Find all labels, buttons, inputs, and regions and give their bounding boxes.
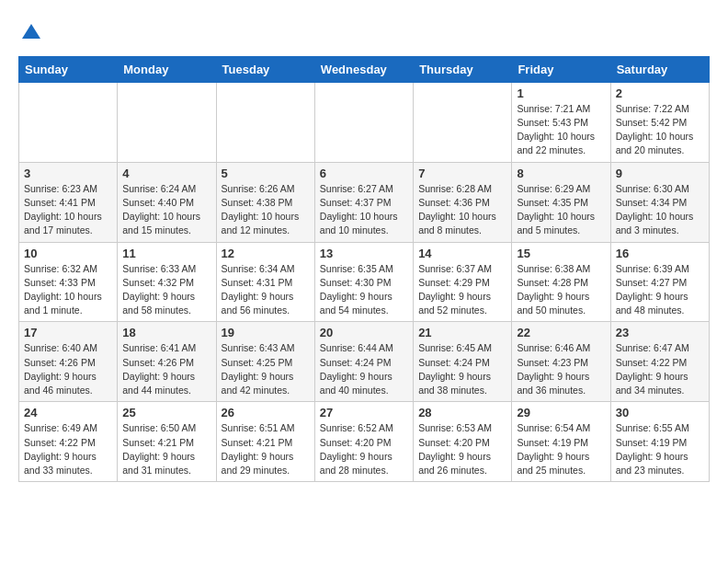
- weekday-header-tuesday: Tuesday: [216, 56, 314, 82]
- day-info: Sunrise: 6:27 AM Sunset: 4:37 PM Dayligh…: [320, 182, 408, 238]
- day-number: 28: [418, 406, 506, 419]
- day-info: Sunrise: 6:46 AM Sunset: 4:23 PM Dayligh…: [517, 341, 605, 397]
- day-info: Sunrise: 6:32 AM Sunset: 4:33 PM Dayligh…: [24, 262, 112, 318]
- calendar-cell: 10Sunrise: 6:32 AM Sunset: 4:33 PM Dayli…: [19, 242, 118, 322]
- day-info: Sunrise: 6:43 AM Sunset: 4:25 PM Dayligh…: [222, 341, 310, 397]
- calendar-cell: 1Sunrise: 7:21 AM Sunset: 5:43 PM Daylig…: [512, 82, 610, 162]
- day-info: Sunrise: 6:29 AM Sunset: 4:35 PM Dayligh…: [517, 182, 605, 238]
- calendar-cell: 30Sunrise: 6:55 AM Sunset: 4:19 PM Dayli…: [610, 402, 709, 482]
- svg-marker-0: [22, 24, 40, 39]
- logo: [18, 22, 42, 49]
- day-number: 16: [616, 247, 704, 260]
- calendar-cell: 17Sunrise: 6:40 AM Sunset: 4:26 PM Dayli…: [19, 322, 118, 402]
- calendar-cell: 5Sunrise: 6:26 AM Sunset: 4:38 PM Daylig…: [216, 162, 314, 242]
- calendar-cell: [216, 82, 314, 162]
- day-number: 25: [122, 406, 210, 419]
- day-number: 9: [616, 167, 704, 180]
- calendar-cell: 28Sunrise: 6:53 AM Sunset: 4:20 PM Dayli…: [414, 402, 512, 482]
- day-info: Sunrise: 6:35 AM Sunset: 4:30 PM Dayligh…: [320, 262, 408, 318]
- calendar-cell: 20Sunrise: 6:44 AM Sunset: 4:24 PM Dayli…: [314, 322, 413, 402]
- day-number: 4: [122, 167, 210, 180]
- day-info: Sunrise: 6:40 AM Sunset: 4:26 PM Dayligh…: [24, 341, 112, 397]
- day-info: Sunrise: 6:55 AM Sunset: 4:19 PM Dayligh…: [616, 421, 704, 477]
- calendar-cell: [414, 82, 512, 162]
- calendar-cell: 6Sunrise: 6:27 AM Sunset: 4:37 PM Daylig…: [314, 162, 413, 242]
- day-info: Sunrise: 6:49 AM Sunset: 4:22 PM Dayligh…: [24, 421, 112, 477]
- day-number: 8: [517, 167, 605, 180]
- day-info: Sunrise: 6:34 AM Sunset: 4:31 PM Dayligh…: [222, 262, 310, 318]
- calendar-cell: 21Sunrise: 6:45 AM Sunset: 4:24 PM Dayli…: [414, 322, 512, 402]
- calendar-cell: 18Sunrise: 6:41 AM Sunset: 4:26 PM Dayli…: [118, 322, 216, 402]
- day-number: 13: [320, 247, 408, 260]
- day-number: 27: [320, 406, 408, 419]
- day-info: Sunrise: 6:51 AM Sunset: 4:21 PM Dayligh…: [222, 421, 310, 477]
- day-info: Sunrise: 6:30 AM Sunset: 4:34 PM Dayligh…: [616, 182, 704, 238]
- day-number: 20: [320, 326, 408, 339]
- day-number: 6: [320, 167, 408, 180]
- calendar-cell: 22Sunrise: 6:46 AM Sunset: 4:23 PM Dayli…: [512, 322, 610, 402]
- calendar-cell: 27Sunrise: 6:52 AM Sunset: 4:20 PM Dayli…: [314, 402, 413, 482]
- day-number: 15: [517, 247, 605, 260]
- calendar-cell: 16Sunrise: 6:39 AM Sunset: 4:27 PM Dayli…: [610, 242, 709, 322]
- calendar-cell: [314, 82, 413, 162]
- page-header: [18, 18, 710, 49]
- calendar-cell: 23Sunrise: 6:47 AM Sunset: 4:22 PM Dayli…: [610, 322, 709, 402]
- day-info: Sunrise: 6:26 AM Sunset: 4:38 PM Dayligh…: [222, 182, 310, 238]
- day-info: Sunrise: 6:39 AM Sunset: 4:27 PM Dayligh…: [616, 262, 704, 318]
- calendar-cell: 3Sunrise: 6:23 AM Sunset: 4:41 PM Daylig…: [19, 162, 118, 242]
- weekday-header-thursday: Thursday: [414, 56, 512, 82]
- day-info: Sunrise: 6:53 AM Sunset: 4:20 PM Dayligh…: [418, 421, 506, 477]
- day-number: 26: [222, 406, 310, 419]
- calendar-cell: 4Sunrise: 6:24 AM Sunset: 4:40 PM Daylig…: [118, 162, 216, 242]
- day-number: 5: [222, 167, 310, 180]
- weekday-header-sunday: Sunday: [19, 56, 118, 82]
- day-info: Sunrise: 6:38 AM Sunset: 4:28 PM Dayligh…: [517, 262, 605, 318]
- calendar-cell: 12Sunrise: 6:34 AM Sunset: 4:31 PM Dayli…: [216, 242, 314, 322]
- weekday-header-wednesday: Wednesday: [314, 56, 413, 82]
- day-info: Sunrise: 7:21 AM Sunset: 5:43 PM Dayligh…: [517, 102, 605, 158]
- calendar-table: SundayMondayTuesdayWednesdayThursdayFrid…: [18, 56, 710, 482]
- day-info: Sunrise: 6:23 AM Sunset: 4:41 PM Dayligh…: [24, 182, 112, 238]
- day-number: 21: [418, 326, 506, 339]
- day-info: Sunrise: 6:28 AM Sunset: 4:36 PM Dayligh…: [418, 182, 506, 238]
- day-info: Sunrise: 6:41 AM Sunset: 4:26 PM Dayligh…: [122, 341, 210, 397]
- day-number: 7: [418, 167, 506, 180]
- calendar-cell: 25Sunrise: 6:50 AM Sunset: 4:21 PM Dayli…: [118, 402, 216, 482]
- day-number: 22: [517, 326, 605, 339]
- day-info: Sunrise: 7:22 AM Sunset: 5:42 PM Dayligh…: [616, 102, 704, 158]
- calendar-week-row: 1Sunrise: 7:21 AM Sunset: 5:43 PM Daylig…: [19, 82, 710, 162]
- calendar-cell: 9Sunrise: 6:30 AM Sunset: 4:34 PM Daylig…: [610, 162, 709, 242]
- day-info: Sunrise: 6:24 AM Sunset: 4:40 PM Dayligh…: [122, 182, 210, 238]
- calendar-cell: 15Sunrise: 6:38 AM Sunset: 4:28 PM Dayli…: [512, 242, 610, 322]
- day-number: 2: [616, 86, 704, 100]
- calendar-cell: [19, 82, 118, 162]
- weekday-header-friday: Friday: [512, 56, 610, 82]
- calendar-cell: 2Sunrise: 7:22 AM Sunset: 5:42 PM Daylig…: [610, 82, 709, 162]
- calendar-cell: 14Sunrise: 6:37 AM Sunset: 4:29 PM Dayli…: [414, 242, 512, 322]
- day-info: Sunrise: 6:45 AM Sunset: 4:24 PM Dayligh…: [418, 341, 506, 397]
- day-info: Sunrise: 6:44 AM Sunset: 4:24 PM Dayligh…: [320, 341, 408, 397]
- weekday-header-monday: Monday: [118, 56, 216, 82]
- day-info: Sunrise: 6:37 AM Sunset: 4:29 PM Dayligh…: [418, 262, 506, 318]
- calendar-week-row: 10Sunrise: 6:32 AM Sunset: 4:33 PM Dayli…: [19, 242, 710, 322]
- calendar-week-row: 3Sunrise: 6:23 AM Sunset: 4:41 PM Daylig…: [19, 162, 710, 242]
- day-info: Sunrise: 6:54 AM Sunset: 4:19 PM Dayligh…: [517, 421, 605, 477]
- logo-icon: [20, 22, 42, 44]
- calendar-cell: 8Sunrise: 6:29 AM Sunset: 4:35 PM Daylig…: [512, 162, 610, 242]
- day-number: 1: [517, 86, 605, 100]
- day-number: 24: [24, 406, 112, 419]
- day-info: Sunrise: 6:52 AM Sunset: 4:20 PM Dayligh…: [320, 421, 408, 477]
- calendar-header-row: SundayMondayTuesdayWednesdayThursdayFrid…: [19, 56, 710, 82]
- day-info: Sunrise: 6:47 AM Sunset: 4:22 PM Dayligh…: [616, 341, 704, 397]
- day-info: Sunrise: 6:50 AM Sunset: 4:21 PM Dayligh…: [122, 421, 210, 477]
- day-number: 12: [222, 247, 310, 260]
- day-number: 14: [418, 247, 506, 260]
- day-number: 29: [517, 406, 605, 419]
- calendar-cell: [118, 82, 216, 162]
- weekday-header-saturday: Saturday: [610, 56, 709, 82]
- day-number: 3: [24, 167, 112, 180]
- day-number: 18: [122, 326, 210, 339]
- calendar-week-row: 24Sunrise: 6:49 AM Sunset: 4:22 PM Dayli…: [19, 402, 710, 482]
- day-info: Sunrise: 6:33 AM Sunset: 4:32 PM Dayligh…: [122, 262, 210, 318]
- calendar-cell: 19Sunrise: 6:43 AM Sunset: 4:25 PM Dayli…: [216, 322, 314, 402]
